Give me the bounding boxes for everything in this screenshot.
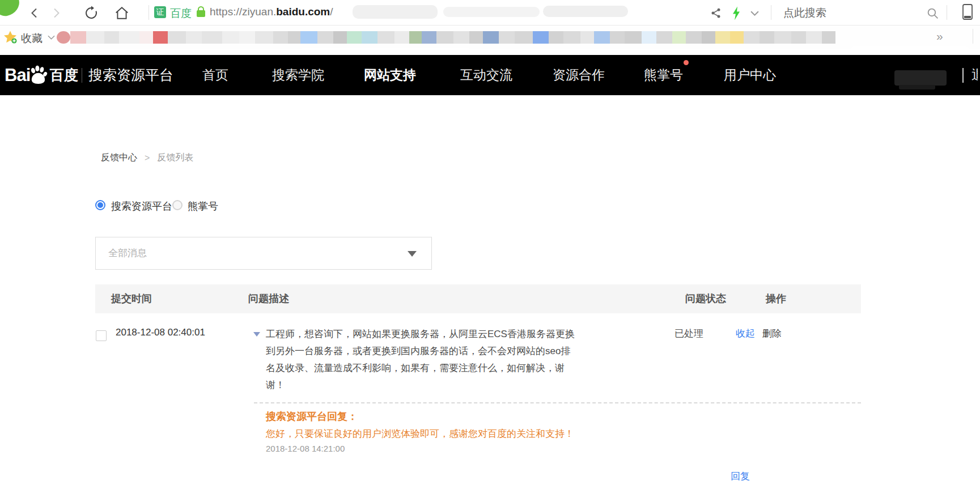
bookmark-favicon[interactable] <box>119 31 139 44</box>
username-redacted[interactable] <box>894 70 947 86</box>
bookmark-favicon[interactable] <box>469 31 483 44</box>
bookmark-favicon[interactable] <box>610 31 625 44</box>
favorites-label[interactable]: 收藏 <box>21 31 43 46</box>
address-dropdown-button[interactable] <box>746 5 763 22</box>
bookmark-favicon[interactable] <box>57 31 70 44</box>
favorites-button[interactable] <box>3 30 17 44</box>
collapse-triangle-icon[interactable] <box>253 332 260 337</box>
certificate-name[interactable]: 百度 <box>170 6 192 21</box>
message-filter-dropdown[interactable]: 全部消息 <box>95 237 432 270</box>
bookmark-favicon[interactable] <box>580 31 594 44</box>
bookmark-favicon[interactable] <box>70 31 86 44</box>
nav-item-website-support[interactable]: 网站支持 <box>364 55 416 95</box>
mobile-view-button[interactable] <box>959 3 976 20</box>
bookmark-favicon[interactable] <box>744 31 760 44</box>
refresh-button[interactable] <box>83 5 100 22</box>
bookmark-favicon[interactable] <box>333 31 347 44</box>
redaction-blob <box>300 48 470 55</box>
forward-button[interactable] <box>48 5 65 22</box>
search-button[interactable] <box>924 5 941 22</box>
breadcrumb-separator: > <box>145 153 150 163</box>
bookmark-favicon[interactable] <box>533 31 549 44</box>
certificate-badge[interactable]: 证 <box>154 6 166 18</box>
baidu-paw-icon <box>28 65 49 85</box>
collapse-link[interactable]: 收起 <box>736 327 755 340</box>
bookmark-favicon[interactable] <box>672 31 686 44</box>
notification-dot <box>684 60 689 65</box>
favorites-menu-button[interactable] <box>48 35 55 40</box>
bookmark-favicon[interactable] <box>202 31 222 44</box>
bookmark-favicon[interactable] <box>453 31 469 44</box>
home-icon <box>114 6 129 20</box>
radio-search-platform[interactable] <box>95 200 105 210</box>
bookmark-favicon[interactable] <box>563 31 580 44</box>
bookmarks-bar: 收藏 » <box>0 25 980 49</box>
bookmark-favicon[interactable] <box>347 31 362 44</box>
back-button[interactable] <box>26 5 43 22</box>
bookmark-favicon[interactable] <box>594 31 610 44</box>
bookmark-favicon[interactable] <box>273 31 288 44</box>
delete-link[interactable]: 删除 <box>762 327 782 340</box>
reply-divider <box>254 402 861 403</box>
bookmarks-overflow-button[interactable]: » <box>936 29 943 43</box>
bookmark-favicon[interactable] <box>288 31 300 44</box>
nav-item-home[interactable]: 首页 <box>202 55 228 95</box>
bookmark-favicon[interactable] <box>317 31 333 44</box>
breadcrumb-feedback-center[interactable]: 反馈中心 <box>101 152 137 164</box>
bookmark-favicon[interactable] <box>422 31 436 44</box>
share-button[interactable] <box>707 5 724 22</box>
bookmark-favicon[interactable] <box>549 31 563 44</box>
nav-item-interaction[interactable]: 互动交流 <box>460 55 512 95</box>
bookmarks-divider <box>973 29 973 44</box>
bookmark-favicon[interactable] <box>625 31 642 44</box>
url-text[interactable]: https://ziyuan.baidu.com/ <box>210 6 333 18</box>
bookmark-favicon[interactable] <box>239 31 255 44</box>
bookmark-favicon[interactable] <box>730 31 744 44</box>
reply-link[interactable]: 回复 <box>731 470 750 483</box>
nav-item-resource-cooperation[interactable]: 资源合作 <box>553 55 605 95</box>
bookmark-favicon[interactable] <box>642 31 656 44</box>
bookmark-favicon[interactable] <box>436 31 453 44</box>
home-button[interactable] <box>113 5 130 22</box>
bookmark-favicon[interactable] <box>822 31 835 44</box>
bookmark-favicon[interactable] <box>715 31 730 44</box>
bookmark-favicon[interactable] <box>394 31 409 44</box>
bookmark-favicon[interactable] <box>686 31 702 44</box>
row-checkbox[interactable] <box>96 330 107 341</box>
search-hint[interactable]: 点此搜索 <box>783 6 826 20</box>
bookmark-favicon[interactable] <box>104 31 119 44</box>
bookmark-favicon[interactable] <box>515 31 533 44</box>
bookmark-favicon[interactable] <box>139 31 153 44</box>
logout-link-partial[interactable]: 退 <box>971 55 978 95</box>
bookmark-favicon[interactable] <box>702 31 715 44</box>
redaction-blob <box>521 49 618 55</box>
bookmark-favicon[interactable] <box>409 31 422 44</box>
toolbar-divider <box>149 5 149 20</box>
bookmark-favicon[interactable] <box>153 31 168 44</box>
radio-xiongzhanghao[interactable] <box>172 200 183 210</box>
bookmark-favicon[interactable] <box>255 31 273 44</box>
bookmark-favicon[interactable] <box>186 31 202 44</box>
bookmark-favicon[interactable] <box>806 31 822 44</box>
bookmark-favicon[interactable] <box>222 31 239 44</box>
nav-item-xiongzhanghao[interactable]: 熊掌号 <box>644 55 683 95</box>
radio-xiongzhanghao-label[interactable]: 熊掌号 <box>188 199 218 213</box>
logo-text-baidu: 百度 <box>50 55 78 95</box>
nav-item-search-academy[interactable]: 搜索学院 <box>272 55 324 95</box>
bookmark-favicon[interactable] <box>760 31 774 44</box>
bookmark-favicon[interactable] <box>300 31 317 44</box>
bookmark-favicon[interactable] <box>499 31 515 44</box>
nav-item-user-center[interactable]: 用户中心 <box>724 55 776 95</box>
bookmark-favicon[interactable] <box>483 31 499 44</box>
reply-title: 搜索资源平台回复： <box>266 410 358 423</box>
accelerator-button[interactable] <box>728 5 745 22</box>
bookmark-favicon[interactable] <box>377 31 394 44</box>
bookmark-favicon[interactable] <box>774 31 791 44</box>
bookmark-favicon[interactable] <box>656 31 672 44</box>
bookmark-favicon[interactable] <box>791 31 806 44</box>
radio-search-platform-label[interactable]: 搜索资源平台 <box>111 199 172 213</box>
bookmark-favicon[interactable] <box>86 31 104 44</box>
breadcrumb: 反馈中心 > 反馈列表 <box>101 152 193 164</box>
bookmark-favicon[interactable] <box>168 31 186 44</box>
bookmark-favicon[interactable] <box>362 31 377 44</box>
